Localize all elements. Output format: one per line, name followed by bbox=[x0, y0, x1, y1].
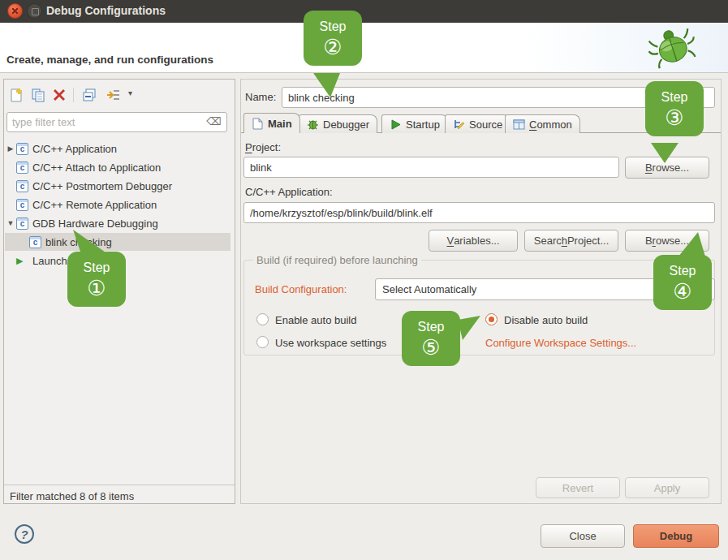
tab-startup[interactable]: Startup bbox=[381, 114, 448, 133]
window-titlebar: Debug Configurations bbox=[0, 0, 728, 23]
step-4-number: ④ bbox=[653, 279, 712, 304]
enable-auto-build-label[interactable]: Enable auto build bbox=[275, 314, 356, 326]
tree-item-blink-checking[interactable]: blink checking bbox=[5, 233, 230, 251]
step-1-number: ① bbox=[67, 276, 126, 300]
tree-item-cpp-application[interactable]: ▶ C/C++ Application bbox=[5, 140, 230, 157]
c-application-icon bbox=[16, 143, 28, 155]
toolbar-separator bbox=[73, 88, 74, 102]
dialog-header: Create, manage, and run configurations bbox=[0, 23, 728, 73]
delete-configuration-icon[interactable] bbox=[51, 87, 67, 103]
filter-status-text: Filter matched 8 of 8 items bbox=[10, 490, 134, 502]
window-maximize-button[interactable] bbox=[27, 3, 42, 19]
window-close-button[interactable] bbox=[7, 3, 23, 19]
application-label: C/C++ Application: bbox=[245, 186, 333, 198]
toolbar-menu-dropdown-icon[interactable]: ▾ bbox=[128, 88, 132, 97]
revert-button[interactable]: Revert bbox=[536, 477, 620, 498]
clear-filter-icon[interactable]: ⌫ bbox=[207, 115, 222, 127]
application-input[interactable] bbox=[243, 202, 715, 223]
step-1-callout: Step ① bbox=[67, 252, 126, 307]
help-icon[interactable]: ? bbox=[15, 524, 34, 544]
duplicate-configuration-icon[interactable] bbox=[30, 87, 46, 103]
main-tab-page-icon bbox=[252, 118, 264, 130]
name-label: Name: bbox=[245, 91, 276, 103]
source-tree-icon bbox=[453, 118, 465, 131]
tree-item-cpp-remote[interactable]: C/C++ Remote Application bbox=[5, 196, 230, 213]
browse-application-button[interactable]: Browse... bbox=[625, 230, 709, 252]
use-workspace-settings-radio[interactable] bbox=[256, 336, 269, 348]
debugger-bug-icon bbox=[307, 118, 319, 131]
tab-source[interactable]: Source bbox=[445, 114, 510, 133]
step-3-number: ③ bbox=[645, 106, 704, 130]
status-separator bbox=[4, 485, 235, 485]
search-project-button[interactable]: Search Project... bbox=[524, 230, 618, 252]
collapse-all-icon[interactable] bbox=[81, 87, 97, 103]
disable-auto-build-label[interactable]: Disable auto build bbox=[504, 314, 588, 326]
build-configuration-label: Build Configuration: bbox=[255, 283, 347, 295]
expander-expanded-icon[interactable]: ▼ bbox=[5, 219, 16, 227]
browse-project-button[interactable]: Browse... bbox=[625, 157, 709, 179]
close-button[interactable]: Close bbox=[541, 524, 625, 548]
apply-button[interactable]: Apply bbox=[625, 477, 709, 498]
debug-bug-icon bbox=[648, 24, 698, 71]
expander-collapsed-icon[interactable]: ▶ bbox=[5, 144, 16, 153]
filter-input[interactable] bbox=[12, 114, 199, 130]
c-application-icon bbox=[16, 199, 28, 211]
enable-auto-build-radio[interactable] bbox=[256, 313, 269, 325]
step-3-callout: Step ③ bbox=[645, 81, 704, 136]
c-application-icon bbox=[29, 236, 41, 248]
debug-button[interactable]: Debug bbox=[633, 524, 719, 548]
startup-run-icon bbox=[390, 118, 402, 131]
step-2-callout: Step ② bbox=[304, 11, 362, 66]
tree-item-gdb-hardware[interactable]: ▼ GDB Hardware Debugging bbox=[5, 214, 230, 232]
filter-configurations-icon[interactable] bbox=[106, 87, 122, 103]
c-application-icon bbox=[16, 180, 28, 192]
common-table-icon bbox=[513, 118, 525, 131]
launch-group-icon: ▶ bbox=[16, 255, 28, 267]
step-2-number: ② bbox=[304, 35, 362, 59]
use-workspace-settings-label[interactable]: Use workspace settings bbox=[275, 337, 386, 349]
dialog-header-title: Create, manage, and run configurations bbox=[6, 54, 213, 66]
configure-workspace-settings-link[interactable]: Configure Workspace Settings... bbox=[485, 337, 636, 349]
filter-field-wrap: ⌫ bbox=[6, 112, 227, 132]
project-label: Project: bbox=[245, 141, 281, 153]
tab-debugger[interactable]: Debugger bbox=[299, 114, 377, 133]
variables-button[interactable]: Variables... bbox=[429, 230, 518, 252]
tab-common[interactable]: Common bbox=[505, 114, 580, 133]
step-5-callout: Step ⑤ bbox=[402, 311, 460, 366]
new-configuration-icon[interactable] bbox=[8, 87, 24, 103]
build-group-title: Build (if required) before launching bbox=[253, 254, 421, 266]
tree-item-cpp-attach[interactable]: C/C++ Attach to Application bbox=[5, 158, 230, 176]
project-input[interactable] bbox=[243, 157, 619, 178]
c-application-icon bbox=[16, 162, 28, 174]
step-5-number: ⑤ bbox=[402, 335, 460, 360]
step-4-callout: Step ④ bbox=[653, 255, 712, 310]
disable-auto-build-radio[interactable] bbox=[485, 313, 498, 325]
window-title: Debug Configurations bbox=[46, 4, 166, 17]
tab-main[interactable]: Main bbox=[243, 113, 300, 133]
tree-item-cpp-postmortem[interactable]: C/C++ Postmortem Debugger bbox=[5, 177, 230, 195]
c-application-icon bbox=[16, 218, 28, 230]
